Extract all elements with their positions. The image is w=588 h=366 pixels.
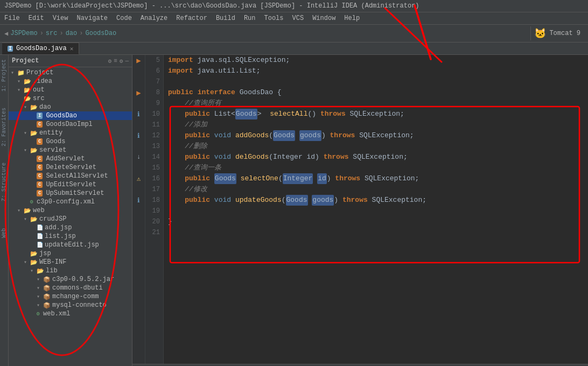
tree-item-project[interactable]: ▾ 📁 Project	[9, 68, 132, 77]
tree-label-commonsjar: commons-dbuti	[52, 284, 103, 292]
tree-item-goodsdaoimpl[interactable]: C GoodsDaoImpl	[9, 120, 132, 129]
tab-close-icon[interactable]: ✕	[70, 45, 74, 52]
tree-item-webinf[interactable]: ▾ 📂 WEB-INF	[9, 258, 132, 266]
nav-src[interactable]: src	[46, 30, 58, 37]
tree-item-web[interactable]: ▾ 📂 web	[9, 206, 132, 215]
side-label-favorites[interactable]: 2: Favorites	[1, 105, 8, 149]
tree-item-crudjsp[interactable]: ▾ 📂 crudJSP	[9, 215, 132, 223]
tree-item-addservlet[interactable]: C AddServlet	[9, 154, 132, 163]
tree-label-goodsdaoimpl: GoodsDaoImpl	[46, 121, 92, 128]
tree-item-goodsdao[interactable]: I GoodsDao	[9, 111, 132, 120]
tree-label-jsp: jsp	[39, 250, 51, 257]
tree-label-deleteservlet: DeleteServlet	[46, 164, 96, 171]
menu-file[interactable]: File	[0, 13, 24, 23]
menu-navigate[interactable]: Navigate	[72, 13, 112, 23]
menu-code[interactable]: Code	[112, 13, 136, 23]
tree-label-webxml: web.xml	[43, 310, 70, 318]
tree-label-listjsp: list.jsp	[45, 233, 76, 240]
jar-icon-c3p0: 📦	[43, 276, 51, 283]
folder-icon-out: 📂	[24, 87, 31, 94]
tree-item-dao[interactable]: ▾ 📂 dao	[9, 103, 132, 111]
gutter-5: ▶	[132, 55, 145, 66]
class-icon-upsubmit: C	[37, 190, 43, 196]
tree-item-c3p0jar[interactable]: ▾ 📦 c3p0-0.9.5.2.jar	[9, 275, 132, 284]
menu-view[interactable]: View	[48, 13, 73, 23]
tree-item-deleteservlet[interactable]: C DeleteServlet	[9, 163, 132, 172]
gutter-12: ℹ	[132, 130, 145, 141]
code-line-9: //查询所有	[168, 98, 584, 109]
tree-item-entity[interactable]: ▾ 📂 entity	[9, 129, 132, 137]
tree-label-selectallservlet: SelectAllServlet	[46, 172, 108, 180]
tree-item-src[interactable]: 📂 src	[9, 94, 132, 103]
menu-refactor[interactable]: Refactor	[172, 13, 212, 23]
class-icon-deleteservlet: C	[37, 164, 43, 171]
title-bar: JSPDemo [D:\work\ideaProject\JSPDemo] - …	[0, 0, 588, 12]
side-label-structure[interactable]: Z: Structure	[1, 160, 8, 203]
tree-item-lib[interactable]: ▾ 📂 lib	[9, 266, 132, 275]
tree-item-addjsp[interactable]: 📄 add.jsp	[9, 223, 132, 232]
menu-build[interactable]: Build	[212, 13, 240, 23]
tree-item-out[interactable]: ▾ 📂 out	[9, 86, 132, 94]
gutter-9	[132, 98, 145, 109]
tree-item-c3p0config[interactable]: ⚙ c3p0-config.xml	[9, 198, 132, 206]
code-line-8: public interface GoodsDao {	[168, 87, 584, 98]
title-text: JSPDemo [D:\work\ideaProject\JSPDemo] - …	[4, 2, 419, 10]
nav-goodsdao[interactable]: GoodsDao	[85, 30, 116, 37]
code-view[interactable]: ▶ ▶ ℹ ℹ ↓ ⚠ ℹ 5 6	[132, 55, 588, 364]
menu-edit[interactable]: Edit	[24, 13, 48, 23]
tree-item-updateeditjsp[interactable]: 📄 updateEdit.jsp	[9, 241, 132, 249]
sidebar-title: Project	[12, 57, 39, 65]
code-line-21	[168, 227, 584, 238]
folder-icon-dao: 📂	[30, 104, 38, 111]
tree-item-upsubmitservlet[interactable]: C UpSubmitServlet	[9, 189, 132, 198]
class-icon-upedit: C	[37, 181, 43, 188]
nav-jspDemo[interactable]: JSPDemo	[10, 30, 37, 37]
tree-item-selectallservlet[interactable]: C SelectAllServlet	[9, 172, 132, 180]
tree-item-servlet[interactable]: ▾ 📂 servlet	[9, 146, 132, 154]
jsp-icon-list: 📄	[37, 233, 43, 240]
tree-item-idea[interactable]: ▾ 📂 .idea	[9, 77, 132, 86]
code-content[interactable]: import java.sql.SQLException; import jav…	[164, 55, 588, 364]
tree-item-listjsp[interactable]: 📄 list.jsp	[9, 232, 132, 241]
menu-window[interactable]: Window	[308, 13, 340, 23]
tree-item-jsp[interactable]: 📂 jsp	[9, 249, 132, 258]
side-label-web[interactable]: Web	[1, 226, 8, 240]
editor-area: ▶ ▶ ℹ ℹ ↓ ⚠ ℹ 5 6	[132, 55, 588, 366]
code-line-10: public List<Goods> selectAll() throws SQ…	[168, 109, 584, 119]
folder-icon-webinf: 📂	[30, 259, 38, 266]
jar-icon-mysql: 📦	[43, 302, 51, 309]
tree-arrow-servlet: ▾	[24, 147, 29, 153]
tree-label-goodsdao: GoodsDao	[46, 112, 77, 119]
interface-icon-goodsdao: I	[37, 112, 43, 119]
tree-label-crudjsp: crudJSP	[39, 215, 66, 223]
menu-vcs[interactable]: VCS	[288, 13, 309, 23]
sidebar-settings-icon[interactable]: ⚙	[120, 58, 123, 65]
tree-item-webxml[interactable]: ⚙ web.xml	[9, 309, 132, 318]
side-label-project[interactable]: 1: Project	[1, 57, 8, 94]
tree-label-webinf: WEB-INF	[39, 258, 66, 266]
sidebar-list-icon[interactable]: ≡	[114, 58, 117, 65]
tree-item-mysqljar[interactable]: ▾ 📦 mysql-connecto	[9, 301, 132, 309]
tab-bar: I GoodsDao.java ✕	[0, 43, 588, 55]
tree-label-goods: Goods	[46, 138, 65, 145]
nav-back-icon[interactable]: ◀	[4, 30, 8, 38]
tab-goodsdao[interactable]: I GoodsDao.java ✕	[2, 43, 79, 54]
tomcat-label[interactable]: Tomcat 9	[549, 30, 580, 37]
menu-analyze[interactable]: Analyze	[136, 13, 172, 23]
menu-run[interactable]: Run	[240, 13, 260, 23]
folder-icon-servlet: 📂	[30, 147, 38, 154]
menu-tools[interactable]: Tools	[260, 13, 288, 23]
nav-dao[interactable]: dao	[66, 30, 78, 37]
tree-label: Project	[26, 69, 53, 76]
tree-item-mchangejar[interactable]: ▾ 📦 mchange-comm	[9, 292, 132, 301]
tree-item-upeditservlet[interactable]: C UpEditServlet	[9, 180, 132, 189]
code-line-13: //删除	[168, 141, 584, 152]
tree-item-commonsjar[interactable]: ▾ 📦 commons-dbuti	[9, 284, 132, 292]
jar-icon-commons: 📦	[43, 285, 51, 292]
tree-item-goods[interactable]: C Goods	[9, 137, 132, 146]
sidebar-gear-icon[interactable]: ⚙	[108, 58, 112, 65]
sidebar-minimize-icon[interactable]: —	[125, 58, 129, 65]
menu-help[interactable]: Help	[340, 13, 364, 23]
gutter-13	[132, 141, 145, 152]
folder-icon-web: 📂	[24, 207, 31, 214]
